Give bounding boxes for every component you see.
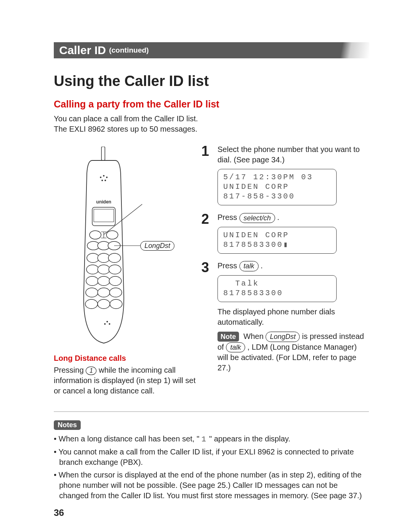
svg-point-26 bbox=[98, 288, 110, 297]
notes-section: Notes When a long distance call has been… bbox=[54, 420, 369, 501]
svg-rect-0 bbox=[101, 147, 105, 160]
svg-point-23 bbox=[98, 276, 110, 286]
step-1: 1 Select the phone number that you want … bbox=[201, 144, 369, 205]
svg-point-21 bbox=[109, 265, 121, 274]
note-item-1: When a long distance call has been set, … bbox=[59, 434, 369, 444]
longdst-button: LongDst bbox=[266, 332, 300, 342]
step-3-text-before: Press bbox=[217, 261, 239, 270]
svg-point-3 bbox=[106, 177, 108, 178]
svg-point-20 bbox=[98, 265, 110, 274]
banner-wedge bbox=[327, 42, 369, 58]
svg-point-22 bbox=[86, 276, 98, 286]
content-columns: uniden bbox=[54, 144, 369, 396]
svg-point-31 bbox=[106, 321, 108, 322]
svg-point-19 bbox=[86, 265, 99, 274]
section-title: Caller ID bbox=[59, 44, 106, 57]
notes-badge: Notes bbox=[54, 420, 81, 430]
svg-text:uniden: uniden bbox=[96, 199, 111, 205]
longdst-callout: LongDst bbox=[140, 241, 174, 251]
step-number-3: 3 bbox=[201, 261, 211, 373]
svg-rect-8 bbox=[94, 209, 114, 222]
left-column: uniden bbox=[54, 144, 188, 396]
svg-point-33 bbox=[109, 323, 110, 325]
svg-point-1 bbox=[100, 177, 101, 178]
long-distance-heading: Long Distance calls bbox=[54, 354, 188, 363]
step-3-tail: The displayed phone number dials automat… bbox=[217, 307, 369, 327]
page-number: 36 bbox=[54, 507, 64, 518]
intro-line-1: You can place a call from the Caller ID … bbox=[54, 114, 198, 123]
step-1-body: Select the phone number that you want to… bbox=[217, 144, 369, 205]
lcd-digit-1-icon: 1 bbox=[201, 435, 207, 444]
lcd1-line1: 5/17 12:30PM 03 bbox=[223, 172, 331, 182]
lcd3-line1: Talk bbox=[223, 279, 331, 288]
step-number-1: 1 bbox=[201, 144, 211, 205]
svg-point-10 bbox=[106, 231, 118, 239]
svg-point-2 bbox=[103, 175, 105, 177]
svg-point-27 bbox=[110, 288, 122, 297]
svg-point-28 bbox=[85, 299, 98, 309]
step-2-body: Press select/ch . UNIDEN CORP 8178583300… bbox=[217, 212, 369, 254]
svg-point-25 bbox=[86, 288, 98, 297]
svg-point-17 bbox=[98, 253, 110, 263]
page-title: Using the Caller ID list bbox=[54, 73, 369, 89]
lcd-display-1: 5/17 12:30PM 03 UNIDEN CORP 817-858-3300 bbox=[217, 169, 337, 205]
step-3: 3 Press talk . Talk 8178583300 The displ… bbox=[201, 261, 369, 373]
svg-point-16 bbox=[87, 253, 99, 263]
intro-text: You can place a call from the Caller ID … bbox=[54, 114, 369, 134]
separator-line bbox=[54, 411, 369, 412]
svg-point-9 bbox=[90, 231, 101, 239]
talk-button-2: talk bbox=[226, 342, 245, 352]
svg-point-24 bbox=[109, 276, 121, 286]
lcd-display-3: Talk 8178583300 bbox=[217, 275, 337, 302]
keypad-1-icon: 1 bbox=[86, 367, 96, 375]
talk-button: talk bbox=[239, 261, 259, 271]
step-number-2: 2 bbox=[201, 212, 211, 254]
phone-illustration: uniden bbox=[54, 147, 188, 350]
svg-point-30 bbox=[110, 299, 122, 309]
long-distance-body: Pressing 1 while the incoming call infor… bbox=[54, 365, 196, 396]
note-badge: Note bbox=[217, 332, 239, 342]
svg-point-29 bbox=[98, 299, 110, 309]
step-3-note: Note When LongDst is pressed instead of … bbox=[217, 331, 369, 373]
section-subtitle: (continued) bbox=[109, 46, 149, 55]
note1-a: When a long distance call has been set, … bbox=[59, 435, 199, 443]
svg-point-32 bbox=[104, 323, 106, 325]
note1-b: " appears in the display. bbox=[209, 435, 290, 443]
step-2-text-before: Press bbox=[217, 213, 239, 221]
step-3-text-after: . bbox=[261, 261, 263, 270]
lcd2-line2: 8178583300▮ bbox=[223, 240, 331, 249]
lcd1-line3: 817-858-3300 bbox=[223, 192, 331, 201]
svg-point-5 bbox=[105, 180, 106, 181]
note-item-2: You cannot make a call from the Caller I… bbox=[59, 447, 369, 468]
section-banner: Caller ID (continued) bbox=[54, 42, 369, 58]
step-3-body: Press talk . Talk 8178583300 The display… bbox=[217, 261, 369, 373]
step-1-text: Select the phone number that you want to… bbox=[217, 145, 360, 164]
note-item-3: When the cursor is displayed at the end … bbox=[59, 470, 369, 501]
svg-point-4 bbox=[101, 180, 103, 181]
note-text-a: When bbox=[244, 332, 266, 340]
intro-line-2: The EXLI 8962 stores up to 50 messages. bbox=[54, 125, 198, 133]
ld-text-a: Pressing bbox=[54, 366, 86, 374]
subheading: Calling a party from the Caller ID list bbox=[54, 99, 369, 110]
step-2: 2 Press select/ch . UNIDEN CORP 81785833… bbox=[201, 212, 369, 254]
lcd1-line2: UNIDEN CORP bbox=[223, 182, 331, 192]
notes-list: When a long distance call has been set, … bbox=[54, 434, 369, 501]
select-ch-button: select/ch bbox=[239, 213, 275, 223]
right-column: 1 Select the phone number that you want … bbox=[201, 144, 369, 396]
lcd3-line2: 8178583300 bbox=[223, 288, 331, 298]
lcd2-line1: UNIDEN CORP bbox=[223, 230, 331, 240]
step-2-text-after: . bbox=[277, 213, 279, 221]
svg-point-18 bbox=[108, 253, 121, 263]
long-distance-section: Long Distance calls Pressing 1 while the… bbox=[54, 354, 188, 396]
lcd-display-2: UNIDEN CORP 8178583300▮ bbox=[217, 227, 337, 254]
